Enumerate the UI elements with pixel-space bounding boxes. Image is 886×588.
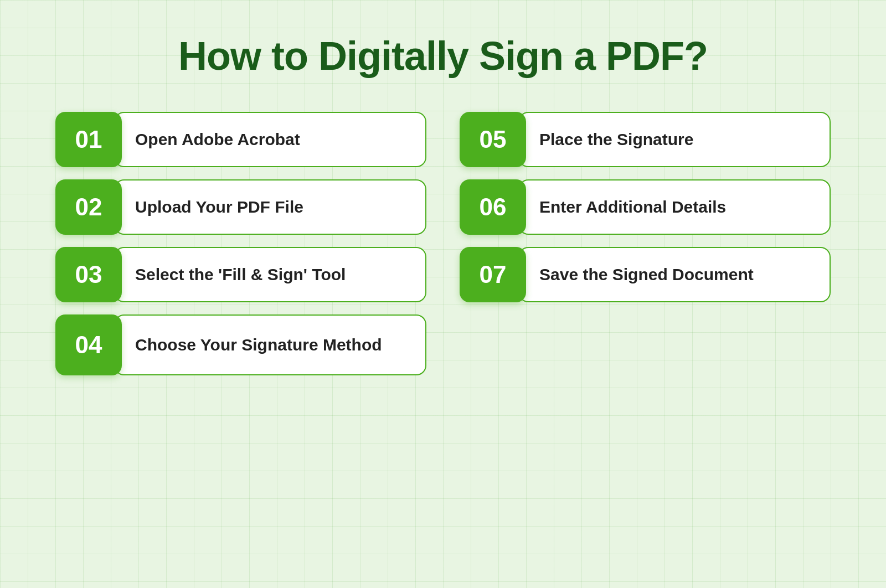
right-column: 05Place the Signature06Enter Additional … [460, 112, 831, 375]
step-item-01: 01Open Adobe Acrobat [55, 112, 426, 167]
step-label-01: Open Adobe Acrobat [135, 130, 300, 149]
step-label-03: Select the 'Fill & Sign' Tool [135, 265, 346, 284]
step-label-04: Choose Your Signature Method [135, 336, 382, 354]
page-container: How to Digitally Sign a PDF? 01Open Adob… [0, 0, 886, 588]
step-label-box-06: Enter Additional Details [518, 179, 831, 235]
step-label-box-03: Select the 'Fill & Sign' Tool [114, 247, 426, 302]
step-item-03: 03Select the 'Fill & Sign' Tool [55, 247, 426, 302]
step-label-box-02: Upload Your PDF File [114, 179, 426, 235]
step-label-05: Place the Signature [539, 130, 693, 149]
step-number-03: 03 [55, 247, 122, 302]
step-number-01: 01 [55, 112, 122, 167]
step-number-05: 05 [460, 112, 526, 167]
page-title: How to Digitally Sign a PDF? [178, 33, 708, 79]
step-item-05: 05Place the Signature [460, 112, 831, 167]
step-item-07: 07Save the Signed Document [460, 247, 831, 302]
step-number-07: 07 [460, 247, 526, 302]
step-item-06: 06Enter Additional Details [460, 179, 831, 235]
step-label-box-04: Choose Your Signature Method [114, 314, 426, 375]
step-label-02: Upload Your PDF File [135, 198, 303, 216]
step-number-06: 06 [460, 179, 526, 235]
step-number-04: 04 [55, 314, 122, 375]
step-label-box-01: Open Adobe Acrobat [114, 112, 426, 167]
step-number-02: 02 [55, 179, 122, 235]
left-column: 01Open Adobe Acrobat02Upload Your PDF Fi… [55, 112, 426, 375]
step-item-04: 04Choose Your Signature Method [55, 314, 426, 375]
step-label-box-07: Save the Signed Document [518, 247, 831, 302]
step-item-02: 02Upload Your PDF File [55, 179, 426, 235]
step-label-06: Enter Additional Details [539, 198, 726, 216]
steps-grid: 01Open Adobe Acrobat02Upload Your PDF Fi… [55, 112, 831, 375]
step-label-box-05: Place the Signature [518, 112, 831, 167]
step-label-07: Save the Signed Document [539, 265, 754, 284]
